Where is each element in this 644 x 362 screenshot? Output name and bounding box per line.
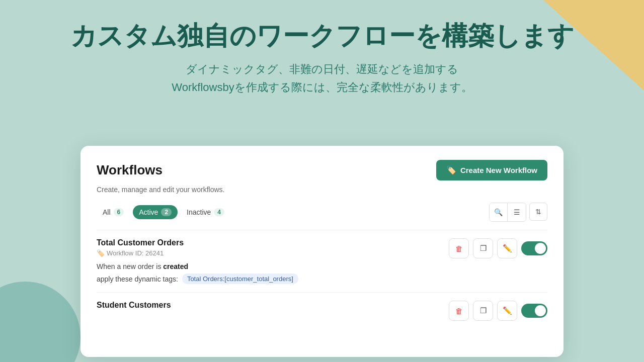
filter-button[interactable]: ☰ — [508, 203, 526, 221]
dynamic-tag: Total Orders:[customer_total_orders] — [182, 274, 298, 284]
tag-icon: 🏷️ — [446, 165, 456, 175]
search-icon: 🔍 — [494, 208, 503, 216]
workflow-id-text: Workflow ID: 26241 — [107, 249, 164, 257]
sort-icon: ⇅ — [535, 208, 541, 216]
filter-tabs: All 6 Active 2 Inactive 4 🔍 ☰ — [97, 203, 547, 222]
search-button[interactable]: 🔍 — [490, 203, 508, 221]
workflow-trigger: When a new order is created — [97, 262, 547, 270]
tab-inactive-count: 4 — [214, 208, 224, 216]
workflow-list: Total Customer Orders 🏷️ Workflow ID: 26… — [97, 230, 547, 357]
delete-icon-2: 🗑 — [455, 307, 463, 315]
workflow-item-header-2: Student Customers 🗑 ❐ ✏️ — [97, 301, 547, 321]
hero-section: カスタム独自のワークフローを構築します ダイナミックタグ、非難の日付、遅延などを… — [0, 10, 644, 106]
workflow-tags-row: apply these dynamic tags: Total Orders:[… — [97, 274, 547, 284]
search-filter-group: 🔍 ☰ — [489, 203, 526, 222]
sort-button[interactable]: ⇅ — [529, 203, 547, 221]
card-header: Workflows 🏷️ Create New Workflow — [97, 160, 547, 180]
edit-workflow-button[interactable]: ✏️ — [497, 238, 517, 258]
copy-workflow-button[interactable]: ❐ — [473, 238, 493, 258]
tab-all-count: 6 — [114, 208, 124, 216]
trigger-text: When a new order is — [97, 262, 163, 270]
hero-subtitle-line1: ダイナミックタグ、非難の日付、遅延などを追加する — [186, 63, 458, 75]
edit-icon: ✏️ — [503, 244, 512, 253]
delete-icon: 🗑 — [455, 244, 463, 253]
card-description: Create, manage and edit your workflows. — [97, 186, 547, 194]
tab-active-count: 2 — [161, 208, 172, 216]
copy-icon-2: ❐ — [480, 306, 487, 315]
workflow-toggle-2[interactable] — [521, 304, 547, 318]
delete-workflow-button-2[interactable]: 🗑 — [449, 301, 469, 321]
hero-subtitle-line2: Workflowsbyを作成する際には、完全な柔軟性があります。 — [172, 81, 472, 94]
workflow-item-header: Total Customer Orders 🏷️ Workflow ID: 26… — [97, 238, 547, 258]
edit-icon-2: ✏️ — [503, 306, 512, 315]
workflow-actions-2: 🗑 ❐ ✏️ — [449, 301, 547, 321]
copy-workflow-button-2[interactable]: ❐ — [473, 301, 493, 321]
delete-workflow-button[interactable]: 🗑 — [449, 238, 469, 258]
workflow-name: Total Customer Orders — [97, 238, 184, 247]
tab-inactive-label: Inactive — [187, 208, 211, 216]
card-title: Workflows — [97, 162, 163, 178]
tab-all[interactable]: All 6 — [97, 205, 130, 219]
filter-icon: ☰ — [514, 208, 520, 216]
workflow-id: 🏷️ Workflow ID: 26241 — [97, 249, 184, 257]
trigger-action: created — [163, 262, 188, 270]
workflow-item-partial: Student Customers 🗑 ❐ ✏️ — [97, 292, 547, 325]
create-workflow-button[interactable]: 🏷️ Create New Workflow — [436, 160, 547, 180]
workflow-item: Total Customer Orders 🏷️ Workflow ID: 26… — [97, 230, 547, 292]
toggle-knob — [535, 243, 546, 254]
workflow-name-2: Student Customers — [97, 301, 171, 310]
hero-subtitle: ダイナミックタグ、非難の日付、遅延などを追加する Workflowsbyを作成す… — [20, 60, 624, 96]
tab-active[interactable]: Active 2 — [133, 205, 178, 219]
bg-circle — [0, 282, 80, 362]
toggle-knob-2 — [535, 305, 546, 316]
main-card: Workflows 🏷️ Create New Workflow Create,… — [80, 146, 564, 357]
tab-all-label: All — [103, 208, 111, 216]
tags-label: apply these dynamic tags: — [97, 275, 178, 283]
copy-icon: ❐ — [480, 244, 487, 253]
workflow-info-2: Student Customers — [97, 301, 171, 312]
hero-title: カスタム独自のワークフローを構築します — [20, 20, 624, 51]
edit-workflow-button-2[interactable]: ✏️ — [497, 301, 517, 321]
workflow-info: Total Customer Orders 🏷️ Workflow ID: 26… — [97, 238, 184, 257]
tab-active-label: Active — [139, 208, 158, 216]
workflow-toggle[interactable] — [521, 241, 547, 255]
tab-inactive[interactable]: Inactive 4 — [181, 205, 230, 219]
workflow-id-emoji: 🏷️ — [97, 249, 105, 257]
filter-actions: 🔍 ☰ ⇅ — [489, 203, 547, 222]
workflow-actions: 🗑 ❐ ✏️ — [449, 238, 547, 258]
